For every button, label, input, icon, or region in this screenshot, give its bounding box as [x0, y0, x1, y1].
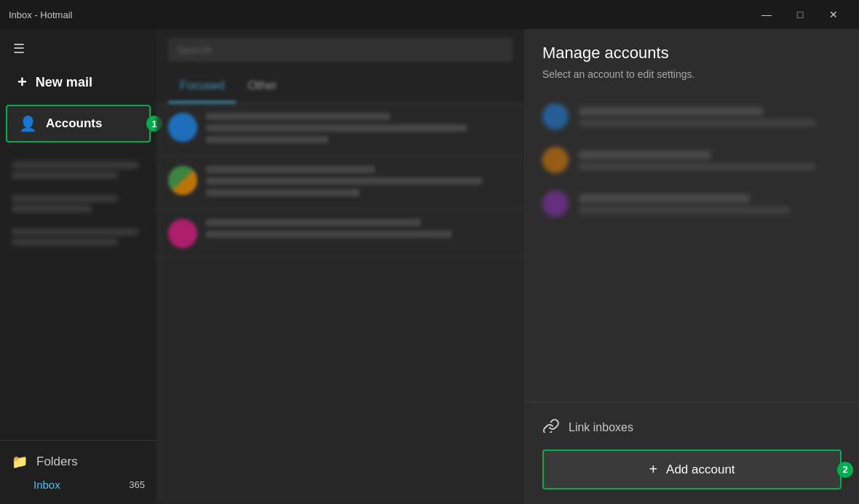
- new-mail-plus-icon: +: [17, 73, 27, 92]
- add-account-plus-icon: +: [649, 461, 657, 478]
- link-inboxes-button[interactable]: Link inboxes: [542, 411, 842, 444]
- add-account-label: Add account: [666, 463, 735, 477]
- search-bar: [157, 29, 524, 71]
- account-email: [579, 163, 815, 170]
- avatar: [168, 166, 197, 195]
- hamburger-icon[interactable]: ☰: [9, 41, 29, 57]
- account-entry[interactable]: [525, 95, 859, 138]
- manage-subtitle: Select an account to edit settings.: [542, 68, 842, 80]
- window-controls: — □ ✕: [750, 0, 850, 29]
- inbox-label: Inbox: [33, 479, 60, 491]
- avatar: [542, 103, 569, 129]
- mail-item[interactable]: [157, 157, 524, 210]
- mail-list: [157, 104, 524, 504]
- manage-header: Manage accounts Select an account to edi…: [525, 29, 859, 89]
- minimize-button[interactable]: —: [750, 0, 783, 29]
- sidebar-email-list: [0, 151, 157, 440]
- avatar: [168, 113, 197, 142]
- account-email: [579, 119, 815, 127]
- manage-footer: Link inboxes + Add account 2: [525, 401, 859, 504]
- avatar: [542, 191, 569, 217]
- sidebar: ☰ + New mail 👤 Accounts 1: [0, 29, 157, 504]
- accounts-label: Accounts: [46, 116, 102, 131]
- mail-item[interactable]: [157, 104, 524, 157]
- maximize-button[interactable]: □: [783, 0, 817, 29]
- inbox-item[interactable]: Inbox 365: [12, 474, 145, 495]
- accounts-list: [525, 89, 859, 401]
- folders-button[interactable]: 📁 Folders: [12, 449, 145, 474]
- account-entry[interactable]: [525, 138, 859, 182]
- accounts-button[interactable]: 👤 Accounts 1: [6, 105, 151, 143]
- link-inboxes-label: Link inboxes: [569, 421, 633, 434]
- mail-tabs: Focused Other: [157, 71, 524, 104]
- add-account-button[interactable]: + Add account 2: [542, 449, 842, 489]
- new-mail-label: New mail: [36, 75, 92, 90]
- folders-label: Folders: [36, 455, 78, 469]
- sidebar-folders: 📁 Folders Inbox 365: [0, 440, 157, 504]
- account-name: [579, 107, 763, 116]
- add-account-badge: 2: [837, 462, 853, 478]
- avatar: [168, 219, 197, 248]
- person-icon: 👤: [19, 115, 37, 132]
- sidebar-top: ☰: [0, 35, 157, 63]
- title-bar: Inbox - Hotmail — □ ✕: [0, 0, 859, 29]
- inbox-count: 365: [129, 479, 145, 490]
- close-button[interactable]: ✕: [817, 0, 850, 29]
- link-icon: [542, 418, 560, 436]
- tab-focused[interactable]: Focused: [168, 71, 236, 103]
- new-mail-button[interactable]: + New mail: [6, 65, 151, 99]
- manage-accounts-panel: Manage accounts Select an account to edi…: [524, 29, 859, 504]
- avatar: [542, 147, 569, 173]
- main-layout: ☰ + New mail 👤 Accounts 1: [0, 29, 859, 504]
- manage-title: Manage accounts: [542, 44, 842, 63]
- folder-icon: 📁: [12, 454, 28, 470]
- account-name: [579, 194, 750, 203]
- account-entry[interactable]: [525, 182, 859, 225]
- account-email: [579, 207, 789, 214]
- center-panel: Focused Other: [157, 29, 524, 504]
- search-input[interactable]: [168, 38, 512, 62]
- window-title: Inbox - Hotmail: [9, 9, 750, 20]
- mail-item[interactable]: [157, 210, 524, 257]
- account-name: [579, 151, 710, 159]
- tab-other[interactable]: Other: [236, 71, 288, 103]
